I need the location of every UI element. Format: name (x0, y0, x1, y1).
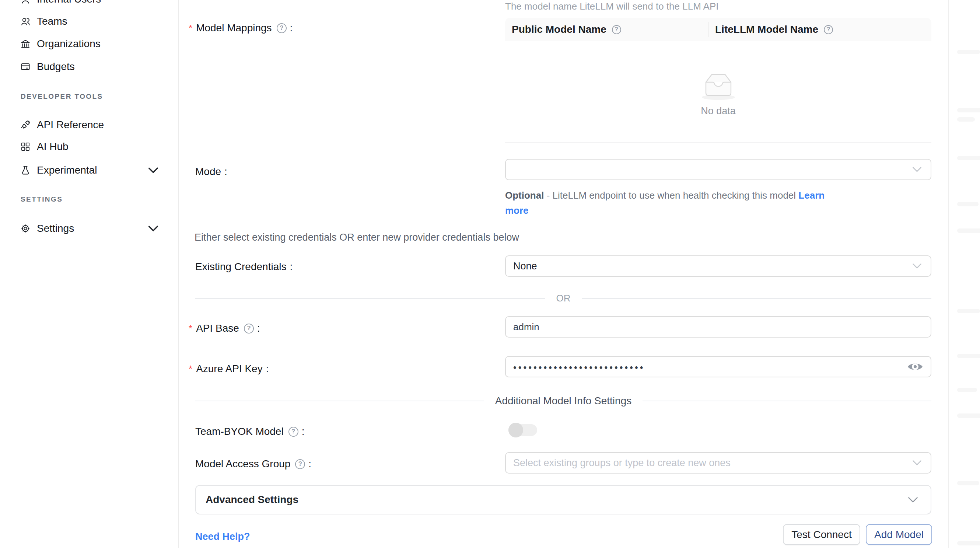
public-model-name-header: Public Model Name ? (505, 24, 708, 35)
flask-icon (20, 165, 30, 175)
chevron-down-icon (148, 165, 158, 175)
sidebar-item-internal-users[interactable]: Internal Users (20, 0, 168, 8)
user-icon (20, 0, 30, 5)
ghost-bar (957, 354, 980, 358)
sidebar-item-label: AI Hub (37, 141, 68, 153)
empty-box-icon (695, 65, 741, 101)
existing-credentials-label: Existing Credentials : (195, 260, 293, 274)
required-marker: * (189, 323, 192, 334)
grid-icon (20, 142, 30, 152)
ghost-bar (957, 117, 975, 122)
table-body: No data (505, 41, 931, 142)
api-base-label: * API Base ? : (189, 321, 260, 336)
sidebar-item-label: Internal Users (37, 0, 101, 5)
no-data-text: No data (505, 105, 931, 117)
advanced-settings-title: Advanced Settings (205, 494, 908, 506)
additional-info-divider: Additional Model Info Settings (195, 395, 931, 407)
sidebar-item-label: Experimental (37, 164, 97, 176)
model-access-group-label: Model Access Group ? : (195, 457, 311, 472)
test-connect-button[interactable]: Test Connect (783, 524, 860, 545)
sidebar-item-ai-hub[interactable]: AI Hub (20, 138, 168, 156)
help-circle-icon[interactable]: ? (277, 23, 286, 33)
sidebar-item-settings[interactable]: Settings (20, 220, 168, 237)
chevron-down-icon (912, 460, 922, 466)
mode-help-text: Optional - LiteLLM endpoint to use when … (505, 188, 932, 218)
ghost-bar (957, 202, 978, 206)
azure-api-key-label: * Azure API Key : (189, 362, 269, 376)
chevron-down-icon (908, 497, 918, 503)
advanced-settings-panel[interactable]: Advanced Settings (195, 485, 931, 515)
chevron-down-icon (148, 223, 158, 234)
input-value: admin (513, 321, 539, 333)
ghost-bar (957, 228, 980, 233)
plug-icon (20, 120, 30, 130)
sidebar-item-teams[interactable]: Teams (20, 13, 168, 30)
add-model-page: Internal Users Teams Organizations Budge… (0, 0, 980, 548)
empty-state: No data (505, 65, 931, 117)
required-marker: * (189, 363, 192, 375)
model-name-help-text: The model name LiteLLM will send to the … (505, 1, 719, 12)
ghost-bar (957, 414, 980, 418)
table-header-row: Public Model Name ? LiteLLM Model Name ? (505, 18, 931, 41)
ghost-bar (957, 481, 979, 485)
masked-password-value: •••••••••••••••••••••••••• (513, 362, 645, 373)
teams-icon (20, 16, 30, 27)
sidebar-section-settings: SETTINGS (21, 195, 63, 204)
sidebar-item-organizations[interactable]: Organizations (20, 35, 168, 53)
ghost-bar (957, 50, 980, 54)
api-base-input[interactable]: admin (505, 316, 931, 338)
azure-api-key-input[interactable]: •••••••••••••••••••••••••• (505, 356, 931, 378)
add-model-button[interactable]: Add Model (866, 524, 932, 545)
team-byok-toggle[interactable] (508, 423, 537, 437)
gear-icon (20, 223, 30, 234)
sidebar-item-label: Organizations (37, 38, 100, 50)
eye-icon[interactable] (907, 361, 923, 373)
ghost-bar (957, 388, 977, 392)
credit-card-icon (20, 62, 30, 72)
right-rail (948, 0, 980, 548)
bank-icon (20, 39, 30, 49)
select-placeholder: Select existing groups or type to create… (513, 457, 730, 469)
need-help-link[interactable]: Need Help? (195, 531, 250, 542)
help-circle-icon[interactable]: ? (824, 25, 833, 34)
help-circle-icon[interactable]: ? (244, 323, 254, 333)
help-circle-icon[interactable]: ? (288, 427, 298, 437)
credentials-note: Either select existing credentials OR en… (194, 232, 519, 243)
chevron-down-icon (912, 263, 922, 269)
ghost-bar (957, 309, 980, 313)
litellm-model-name-header: LiteLLM Model Name ? (709, 24, 833, 35)
existing-credentials-select[interactable]: None (505, 255, 931, 277)
sidebar-item-label: Settings (37, 223, 74, 234)
required-marker: * (189, 22, 192, 34)
model-access-group-select[interactable]: Select existing groups or type to create… (505, 452, 931, 473)
ghost-bar (957, 156, 980, 160)
sidebar-item-budgets[interactable]: Budgets (20, 58, 168, 76)
sidebar-item-label: API Reference (37, 119, 104, 131)
sidebar-item-api-reference[interactable]: API Reference (20, 116, 168, 134)
chevron-down-icon (912, 167, 922, 172)
or-divider: OR (195, 293, 931, 304)
sidebar-section-developer-tools: DEVELOPER TOOLS (21, 92, 103, 100)
sidebar-item-label: Budgets (37, 61, 75, 73)
help-circle-icon[interactable]: ? (612, 25, 621, 34)
sidebar: Internal Users Teams Organizations Budge… (0, 0, 179, 548)
sidebar-item-label: Teams (37, 16, 67, 27)
sidebar-item-experimental[interactable]: Experimental (20, 161, 168, 179)
model-mappings-label: * Model Mappings ? : (189, 21, 293, 35)
mode-select[interactable] (505, 159, 931, 180)
mode-label: Mode : (195, 164, 228, 179)
toggle-knob (508, 423, 523, 437)
help-circle-icon[interactable]: ? (295, 459, 305, 469)
ghost-bar (957, 541, 980, 545)
ghost-bar (957, 108, 980, 112)
selected-value: None (513, 261, 537, 272)
team-byok-label: Team-BYOK Model ? : (195, 424, 304, 439)
model-mappings-table: Public Model Name ? LiteLLM Model Name ? (505, 18, 931, 143)
